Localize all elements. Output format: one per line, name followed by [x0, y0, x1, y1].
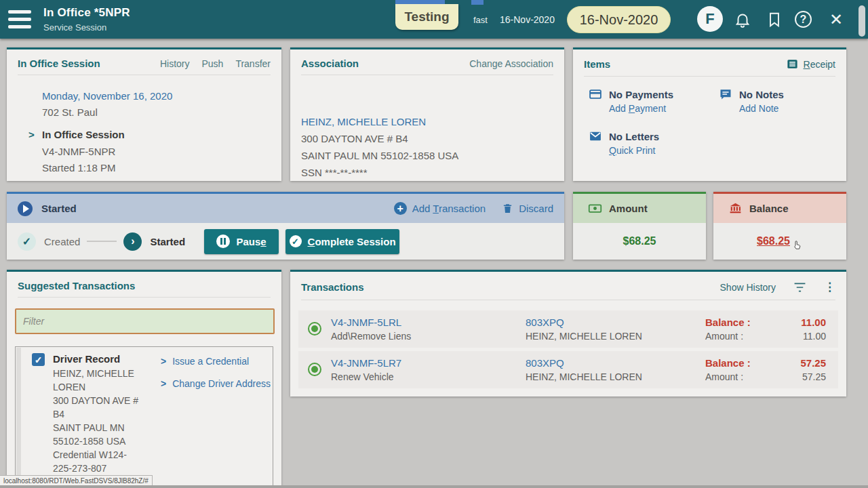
receipt-icon: [786, 58, 799, 70]
association-card: Association Change Association HEINZ, MI…: [290, 47, 564, 181]
push-link[interactable]: Push: [201, 58, 223, 69]
filter-icon[interactable]: [793, 282, 806, 293]
items-card-title: Items: [584, 58, 610, 70]
record-line: 300 DAYTON AVE #: [53, 395, 138, 406]
transaction-type: Renew Vehicle: [331, 371, 394, 382]
change-association-link[interactable]: Change Association: [469, 58, 553, 69]
balance-card: Balance $68.25: [713, 192, 846, 260]
session-id: V4-JNMF-5NPR: [42, 146, 115, 157]
amount-value: 57.25: [802, 371, 826, 382]
transaction-type: Add\Remove Liens: [331, 331, 411, 342]
bank-icon: [728, 201, 743, 216]
transaction-owner-name: HEINZ, MICHELLE LOREN: [526, 371, 642, 382]
show-history-link[interactable]: Show History: [720, 282, 776, 293]
chevron-right-icon: >: [161, 356, 166, 367]
app-title: In Office *5NPR: [43, 6, 130, 20]
hamburger-menu-icon[interactable]: [8, 10, 31, 28]
balance-label: Balance :: [705, 317, 751, 328]
quick-print-link[interactable]: Quick Print: [609, 145, 659, 156]
add-transaction-button[interactable]: + Add Transaction: [394, 202, 486, 215]
discard-button[interactable]: Discard: [502, 202, 553, 215]
amount-card: Amount $68.25: [573, 192, 706, 260]
driver-record-box: ✓ Driver Record HEINZ, MICHELLE LOREN 30…: [15, 346, 273, 488]
transaction-id-link[interactable]: V4-JNMF-5LR7: [331, 357, 401, 369]
pause-label: Pause: [236, 236, 266, 247]
help-icon[interactable]: ?: [795, 11, 812, 28]
in-office-session-card: In Office Session History Push Transfer …: [7, 47, 281, 181]
record-line: LOREN: [53, 382, 85, 392]
chevron-right-icon[interactable]: >: [28, 129, 35, 140]
change-driver-address-link[interactable]: > Change Driver Address: [161, 378, 271, 389]
envelope-icon: [589, 129, 602, 143]
inner-scrollbar[interactable]: [16, 348, 21, 488]
balance-value: 57.25: [800, 357, 826, 369]
record-line: B4: [53, 409, 64, 420]
session-status-panel: Started + Add Transaction Discard ✓ Crea…: [7, 192, 564, 260]
balance-value-link[interactable]: $68.25: [757, 235, 790, 247]
session-location: 702 St. Paul: [42, 106, 98, 118]
amount-value: $68.25: [573, 223, 706, 260]
driver-record-checkbox[interactable]: ✓: [32, 353, 45, 366]
bookmark-icon[interactable]: [766, 11, 783, 28]
session-date-link[interactable]: Monday, November 16, 2020: [42, 90, 172, 102]
association-address1: 300 DAYTON AVE # B4: [301, 133, 408, 144]
no-notes-status: No Notes: [739, 89, 784, 100]
receipt-link[interactable]: Receipt: [786, 58, 835, 70]
suggested-transactions-card: Suggested Transactions ✓ Driver Record H…: [7, 270, 281, 488]
mouse-cursor-hand-icon: [791, 239, 803, 251]
issue-credential-link[interactable]: > Issue a Credential: [161, 356, 249, 367]
chevron-right-icon: >: [161, 378, 166, 389]
record-line: SAINT PAUL MN: [53, 422, 125, 433]
balance-value: 11.00: [801, 317, 826, 328]
step-started-chevron-icon: ›: [123, 232, 142, 251]
transfer-link[interactable]: Transfer: [235, 58, 271, 69]
transaction-id-link[interactable]: V4-JNMF-5LRL: [331, 317, 401, 328]
plus-icon: +: [394, 202, 407, 215]
step-started-label: Started: [150, 236, 185, 247]
transaction-selected-radio-icon[interactable]: [308, 322, 321, 336]
notifications-bell-icon[interactable]: [734, 11, 751, 28]
session-name[interactable]: In Office Session: [42, 129, 125, 140]
transaction-row[interactable]: V4-JNMF-5LR7 Renew Vehicle 803XPQ HEINZ,…: [298, 351, 838, 388]
transactions-card: Transactions Show History ⋮ V4-JNMF-5LRL…: [290, 270, 846, 396]
amount-card-title: Amount: [609, 203, 648, 214]
close-icon[interactable]: ✕: [827, 11, 845, 28]
receipt-label: Receipt: [804, 59, 835, 70]
credit-card-icon: [589, 87, 602, 101]
session-status-header: Started + Add Transaction Discard: [7, 194, 564, 223]
record-line: HEINZ, MICHELLE: [53, 368, 134, 379]
filter-input[interactable]: [15, 308, 275, 334]
association-name-link[interactable]: HEINZ, MICHELLE LOREN: [301, 116, 426, 127]
pause-button[interactable]: Pause: [204, 229, 279, 254]
items-card: Items Receipt No Payments Add Payment No…: [573, 47, 846, 181]
association-address2: SAINT PAUL MN 55102-1858 USA: [301, 150, 458, 161]
transaction-plate-link[interactable]: 803XPQ: [526, 357, 564, 369]
complete-session-button[interactable]: ✓ Complete Session: [285, 229, 399, 254]
amount-label: Amount :: [705, 331, 743, 342]
trash-icon: [502, 202, 513, 215]
session-started-time: Started 1:18 PM: [42, 162, 115, 174]
header-date-text: 16-Nov-2020: [500, 14, 555, 25]
step-created-check-icon: ✓: [18, 232, 36, 251]
add-note-link[interactable]: Add Note: [739, 103, 784, 114]
tab-edge-decoration: [471, 0, 484, 5]
history-link[interactable]: History: [160, 58, 190, 69]
complete-session-label: Complete Session: [308, 236, 396, 247]
no-letters-status: No Letters: [609, 131, 659, 142]
transaction-owner-name: HEINZ, MICHELLE LOREN: [526, 331, 642, 342]
app-subtitle: Service Session: [43, 22, 106, 33]
scrollbar-thumb[interactable]: [859, 5, 865, 37]
record-line: 55102-1858 USA: [53, 436, 125, 447]
balance-card-title: Balance: [749, 203, 789, 214]
bottom-edge-strip: [0, 485, 868, 488]
date-picker-button[interactable]: 16-Nov-2020: [567, 6, 671, 33]
avatar[interactable]: F: [697, 6, 723, 32]
transaction-plate-link[interactable]: 803XPQ: [526, 317, 564, 328]
more-options-kebab-icon[interactable]: ⋮: [824, 280, 835, 294]
transaction-row[interactable]: V4-JNMF-5LRL Add\Remove Liens 803XPQ HEI…: [298, 310, 838, 348]
money-bill-icon: [588, 201, 602, 216]
transactions-title: Transactions: [301, 281, 364, 293]
transaction-selected-radio-icon[interactable]: [308, 363, 321, 376]
add-payment-link[interactable]: Add Payment: [609, 103, 673, 114]
balance-label: Balance :: [705, 357, 751, 369]
